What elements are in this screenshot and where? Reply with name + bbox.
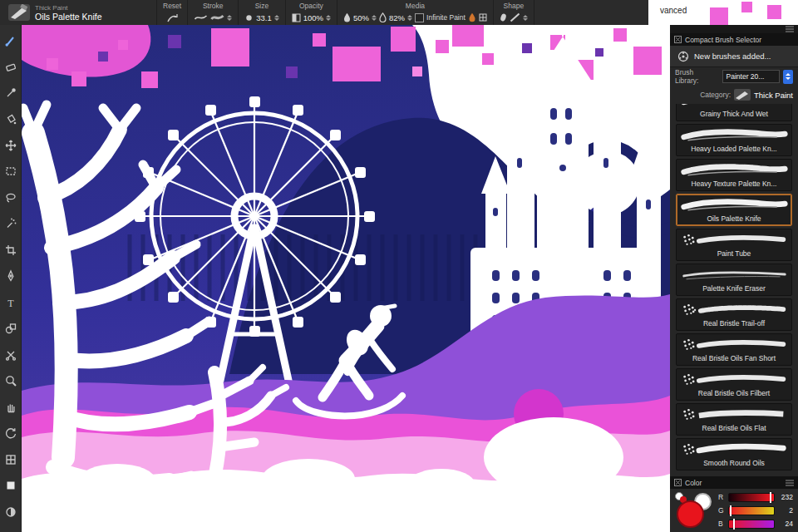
brush-icon — [4, 34, 17, 47]
brush-variant-label: Oils Palette Knife — [35, 12, 102, 21]
brush-variant-icon — [8, 4, 30, 21]
size-stepper[interactable] — [274, 15, 279, 21]
brush-item[interactable]: Grainy Thick And Wet — [676, 104, 792, 121]
lasso-tool[interactable] — [1, 185, 21, 211]
brush-item[interactable]: Paint Tube — [676, 229, 792, 261]
opacity-section: Opacity 100% — [286, 0, 337, 25]
shapes-tool[interactable] — [1, 316, 21, 342]
blue-slider[interactable] — [728, 520, 775, 529]
stroke-label: Stroke — [203, 2, 224, 10]
scissors-tool[interactable] — [1, 342, 21, 368]
media-value-1[interactable]: 50% — [353, 13, 369, 22]
panel-menu-icon[interactable] — [786, 26, 794, 32]
category-value[interactable]: Thick Paint — [754, 91, 793, 100]
dropper-tool[interactable] — [1, 80, 21, 106]
brush-tool[interactable] — [1, 27, 21, 54]
media-section: Media 50% 82% Infinite Paint — [337, 0, 494, 25]
paint-bucket-tool[interactable] — [1, 106, 21, 133]
brush-item[interactable]: Real Bristle Oils Fan Short — [676, 333, 792, 366]
green-slider[interactable] — [728, 506, 775, 515]
angle-shape-icon[interactable] — [510, 12, 520, 22]
resat-droplet-icon[interactable] — [343, 12, 351, 22]
stroke-stepper[interactable] — [227, 15, 232, 21]
brush-selector[interactable]: Thick Paint Oils Palette Knife — [0, 0, 157, 25]
paper-color-swatch[interactable] — [1, 473, 21, 500]
reset-label: Reset — [163, 2, 181, 10]
shape-label: Shape — [504, 2, 525, 10]
pen-icon — [4, 269, 17, 283]
brush-item[interactable]: Real Bristle Oils Flat — [676, 403, 792, 436]
new-brushes-banner[interactable]: New brushes added... — [670, 46, 798, 67]
size-section: Size 33.1 — [239, 0, 286, 25]
art-pixel — [710, 7, 728, 25]
size-value[interactable]: 33.1 — [256, 13, 272, 22]
advanced-button[interactable]: vanced — [660, 6, 687, 15]
stroke-section: Stroke — [188, 0, 239, 25]
red-value: 232 — [778, 493, 793, 501]
magic-wand-tool[interactable] — [1, 211, 21, 238]
opacity-value[interactable]: 100% — [303, 13, 323, 22]
text-tool[interactable]: T — [1, 289, 21, 316]
gradient-swatch[interactable] — [1, 499, 21, 525]
bleed-droplet-icon[interactable] — [379, 12, 387, 22]
panel-dock-strip — [670, 25, 798, 33]
red-slider[interactable] — [728, 493, 775, 502]
rect-select-tool[interactable] — [1, 159, 21, 185]
shape-stepper[interactable] — [523, 15, 528, 21]
opacity-icon — [292, 13, 301, 22]
paper-texture-icon[interactable] — [479, 13, 487, 22]
svg-text:T: T — [7, 297, 14, 308]
panel-close-icon[interactable] — [674, 36, 682, 43]
brush-item-selected[interactable]: Oils Palette Knife — [676, 194, 792, 226]
rotate-page-tool[interactable] — [1, 421, 21, 447]
zoom-tool[interactable] — [1, 368, 21, 395]
paint-bucket-icon — [4, 112, 17, 126]
media-stepper-2[interactable] — [407, 15, 412, 21]
color-panel-menu-icon[interactable] — [786, 480, 794, 486]
dab-shape-icon[interactable] — [500, 12, 507, 22]
media-value-2[interactable]: 82% — [389, 13, 405, 22]
brush-item[interactable]: Smooth Round Oils — [676, 438, 792, 470]
stroke-type-icon[interactable] — [194, 12, 208, 22]
new-brushes-text: New brushes added... — [694, 52, 771, 61]
brush-library-dropdown[interactable]: Painter 20... — [722, 70, 781, 83]
primary-color-swatch[interactable] — [677, 500, 704, 528]
infinite-paint-label: Infinite Paint — [426, 13, 466, 22]
media-stepper-1[interactable] — [372, 15, 377, 21]
hand-tool[interactable] — [1, 394, 21, 421]
brush-item[interactable]: Real Bristle Trail-off — [676, 298, 792, 331]
infinite-paint-checkbox[interactable] — [415, 13, 424, 22]
art-pixel — [741, 2, 752, 12]
eraser-tool[interactable] — [1, 54, 21, 81]
pen-tool[interactable] — [1, 264, 21, 290]
stroke-weight-icon[interactable] — [210, 12, 224, 22]
move-icon — [4, 139, 17, 152]
brush-item[interactable]: Heavy Texture Palette Kn... — [676, 159, 792, 191]
hand-icon — [4, 401, 17, 414]
reset-brush-icon[interactable] — [166, 12, 179, 23]
brush-library-label: Brush Library: — [675, 68, 719, 85]
brush-list: Grainy Thick And Wet Heavy Loaded Palett… — [670, 104, 798, 476]
color-swatches — [675, 492, 713, 529]
nozzle-icon[interactable] — [468, 12, 476, 22]
shape-section: Shape — [494, 0, 534, 25]
brush-item[interactable]: Palette Knife Eraser — [676, 264, 792, 296]
toolbox: T — [0, 25, 22, 532]
color-panel-close-icon[interactable] — [674, 479, 682, 486]
color-panel-header: Color — [670, 476, 798, 489]
blue-slider-row: B 24 — [718, 520, 793, 529]
brush-item[interactable]: Heavy Loaded Palette Kn... — [676, 124, 792, 156]
dropper-icon — [4, 86, 17, 100]
green-value: 2 — [778, 506, 793, 515]
brush-selector-panel-header: Compact Brush Selector — [670, 33, 798, 46]
shapes-icon — [4, 322, 17, 335]
layout-grid-tool[interactable] — [1, 446, 21, 473]
brush-library-stepper[interactable] — [783, 70, 793, 84]
opacity-stepper[interactable] — [326, 15, 331, 21]
crop-tool[interactable] — [1, 237, 21, 264]
color-panel: R 232 G 2 B 24 — [670, 489, 798, 532]
canvas[interactable] — [22, 25, 670, 532]
move-tool[interactable] — [1, 132, 21, 159]
category-thumb-icon[interactable] — [734, 89, 751, 101]
brush-item[interactable]: Real Bristle Oils Filbert — [676, 368, 792, 401]
